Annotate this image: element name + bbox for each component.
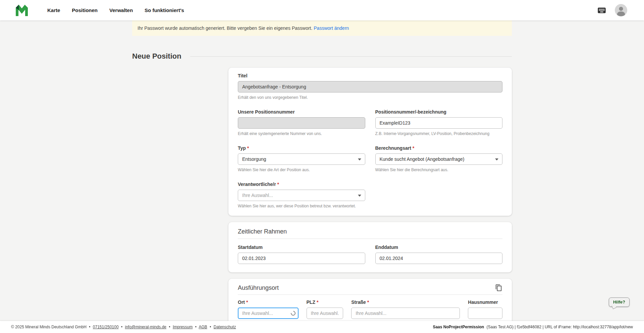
unsere-positionsnummer-label: Unsere Positionsnummer	[238, 109, 365, 115]
field-unsere-positionsnummer: Unsere Positionsnummer Erhält eine syste…	[238, 109, 365, 136]
row-nummern: Unsere Positionsnummer Erhält eine syste…	[238, 109, 502, 136]
field-positionsnummer: Positionsnummer/-bezeichnung Z.B. Intern…	[375, 109, 503, 136]
top-navbar: Karte Positionen Verwalten So funktionie…	[0, 0, 644, 20]
footer-agb-link[interactable]: AGB	[199, 325, 207, 329]
plz-input[interactable]	[307, 308, 343, 319]
typ-select[interactable]: Entsorgung	[238, 153, 365, 165]
row-verantwortlicher: Verantwortliche/r* Ihre Auswahl... Wähle…	[238, 181, 502, 209]
required-asterisk: *	[413, 145, 414, 151]
change-password-link[interactable]: Passwort ändern	[314, 25, 349, 31]
verantwortlicher-label: Verantwortliche/r*	[238, 181, 365, 187]
chevron-down-icon	[495, 158, 498, 160]
page-title-row: Neue Position	[132, 51, 512, 61]
field-enddatum: Enddatum	[375, 244, 503, 264]
row-typ-berechnungsart: Typ* Entsorgung Wählen Sie hier die Art …	[238, 145, 502, 173]
keyboard-icon[interactable]	[596, 6, 607, 15]
ort-input[interactable]	[238, 308, 299, 319]
verantwortlicher-helper: Wählen Sie hier aus, wer diese Position …	[238, 203, 365, 209]
page-title: Neue Position	[132, 51, 181, 61]
field-verantwortlicher: Verantwortliche/r* Ihre Auswahl... Wähle…	[238, 181, 365, 209]
row-datum: Startdatum Enddatum	[238, 244, 502, 264]
chevron-down-icon	[358, 158, 361, 160]
main-nav: Karte Positionen Verwalten So funktionie…	[47, 7, 184, 13]
required-asterisk: *	[246, 299, 248, 305]
titel-label: Titel	[238, 73, 502, 79]
title-divider	[190, 56, 512, 57]
ort-label: Ort*	[238, 299, 299, 305]
footer-email-link[interactable]: info@mineral-minds.de	[125, 325, 166, 329]
startdatum-input[interactable]	[238, 253, 365, 264]
ort-autocomplete	[238, 308, 299, 319]
enddatum-input[interactable]	[375, 253, 503, 264]
nav-item-so-funktionierts[interactable]: So funktioniert's	[145, 7, 184, 13]
verantwortlicher-select[interactable]: Ihre Auswahl...	[238, 190, 365, 201]
strasse-input[interactable]	[351, 308, 460, 319]
footer-left: © 2025 Mineral Minds Deutschland GmbH • …	[11, 325, 236, 329]
navbar-actions	[596, 4, 627, 16]
typ-select-value: Entsorgung	[242, 156, 266, 162]
ausfuehrungsort-heading-row: Ausführungsort	[238, 284, 502, 292]
user-avatar-icon[interactable]	[615, 4, 627, 16]
plz-label: PLZ*	[307, 299, 343, 305]
unsere-positionsnummer-helper: Erhält eine systemgenerierte Nummer von …	[238, 131, 365, 136]
banner-text: Ihr Passwort wurde automatisch generiert…	[138, 25, 312, 31]
field-strasse: Straße*	[351, 299, 460, 319]
divider	[238, 294, 502, 295]
footer-separator: •	[195, 325, 197, 329]
verantwortlicher-select-placeholder: Ihre Auswahl...	[242, 193, 273, 198]
field-ort: Ort*	[238, 299, 299, 319]
card-zeitlicher-rahmen: Zeitlicher Rahmen Startdatum Enddatum	[228, 222, 512, 272]
copy-icon[interactable]	[495, 284, 502, 291]
berechnungsart-helper: Wählen Sie hier die Berechnungsart aus.	[375, 167, 503, 173]
berechnungsart-select[interactable]: Kunde sucht Angebot (Angebotsanfrage)	[375, 153, 503, 165]
field-typ: Typ* Entsorgung Wählen Sie hier die Art …	[238, 145, 365, 173]
password-notice-banner: Ihr Passwort wurde automatisch generiert…	[132, 20, 512, 36]
berechnungsart-select-value: Kunde sucht Angebot (Angebotsanfrage)	[380, 156, 465, 162]
nav-item-verwalten[interactable]: Verwalten	[109, 7, 133, 13]
required-asterisk: *	[277, 182, 279, 187]
zeitlicher-rahmen-heading: Zeitlicher Rahmen	[238, 228, 502, 235]
brand-logo-icon[interactable]	[15, 5, 29, 16]
footer: © 2025 Mineral Minds Deutschland GmbH • …	[0, 321, 644, 333]
berechnungsart-label: Berechnungsart*	[375, 145, 503, 151]
divider	[238, 239, 502, 239]
footer-app-name: Saas NoProjectPermission	[433, 325, 484, 329]
row-ort: Ort* PLZ* Straße*	[238, 299, 502, 319]
field-startdatum: Startdatum	[238, 244, 365, 264]
nav-item-positionen[interactable]: Positionen	[72, 7, 98, 13]
strasse-label: Straße*	[351, 299, 460, 305]
required-asterisk: *	[367, 299, 369, 305]
footer-app-details: (Saas Test AG) | f1e5bdf46082 | URL of i…	[487, 325, 633, 329]
help-button[interactable]: Hilfe?	[609, 297, 630, 307]
footer-separator: •	[169, 325, 170, 329]
footer-copyright: © 2025 Mineral Minds Deutschland GmbH	[11, 325, 87, 329]
unsere-positionsnummer-input[interactable]	[238, 117, 365, 129]
startdatum-label: Startdatum	[238, 244, 365, 250]
typ-label: Typ*	[238, 145, 365, 151]
footer-separator: •	[210, 325, 211, 329]
chevron-down-icon	[358, 195, 361, 197]
required-asterisk: *	[317, 299, 318, 305]
footer-phone-link[interactable]: 07151/250100	[93, 325, 119, 329]
field-hausnummer: Hausnummer	[468, 299, 502, 319]
footer-datenschutz-link[interactable]: Datenschutz	[214, 325, 236, 329]
ausfuehrungsort-heading: Ausführungsort	[238, 284, 279, 291]
footer-separator: •	[89, 325, 90, 329]
card-general: Titel Erhält den von uns vorgegebenen Ti…	[228, 68, 512, 216]
footer-separator: •	[121, 325, 122, 329]
page-content: Ihr Passwort wurde automatisch generiert…	[0, 20, 644, 333]
positionsnummer-label: Positionsnummer/-bezeichnung	[375, 109, 503, 115]
field-titel: Titel Erhält den von uns vorgegebenen Ti…	[238, 73, 502, 100]
empty-column	[375, 181, 503, 209]
positionsnummer-helper: Z.B. Interne-Vorgangsnummer, LV-Position…	[375, 131, 503, 136]
footer-right: Saas NoProjectPermission (Saas Test AG) …	[433, 325, 633, 329]
titel-input[interactable]	[238, 81, 502, 92]
nav-item-karte[interactable]: Karte	[47, 7, 60, 13]
positionsnummer-input[interactable]	[375, 117, 503, 129]
hausnummer-label: Hausnummer	[468, 299, 502, 305]
footer-impressum-link[interactable]: Impressum	[173, 325, 193, 329]
enddatum-label: Enddatum	[375, 244, 503, 250]
field-plz: PLZ*	[307, 299, 343, 319]
hausnummer-input[interactable]	[468, 308, 502, 319]
typ-helper: Wählen Sie hier die Art der Position aus…	[238, 167, 365, 173]
